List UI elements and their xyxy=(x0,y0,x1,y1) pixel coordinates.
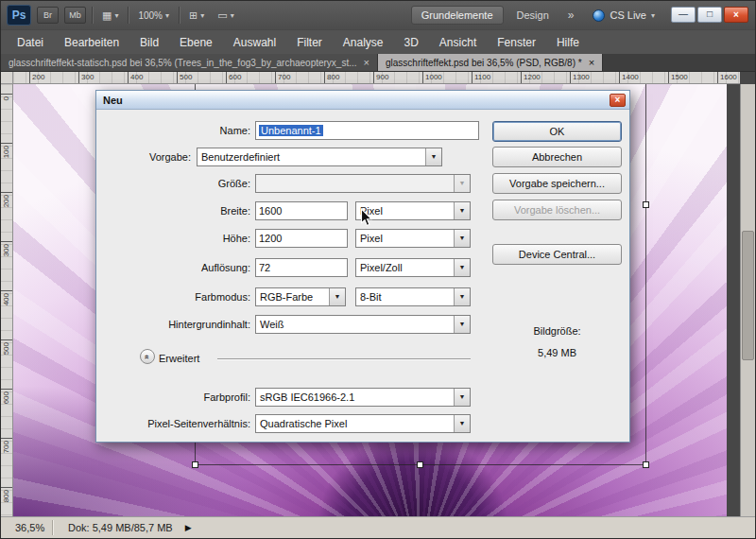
size-select: ▼ xyxy=(255,174,471,193)
save-preset-button[interactable]: Vorgabe speichern... xyxy=(492,173,622,194)
select-value: Pixel/Zoll xyxy=(360,262,403,274)
dialog-titlebar[interactable]: Neu × xyxy=(96,91,629,110)
ruler-tick: 1100 xyxy=(472,72,490,84)
transform-handle[interactable] xyxy=(192,461,198,468)
menu-item-3d[interactable]: 3D xyxy=(394,32,429,53)
background-contents-select[interactable]: Weiß ▼ xyxy=(255,315,471,334)
titlebar: Ps Br Mb ▦ ▾ 100% ▾ ⊞ ▾ ▭ ▾ Grundelement… xyxy=(1,1,755,29)
menu-item-ebene[interactable]: Ebene xyxy=(169,32,223,53)
close-button[interactable]: × xyxy=(724,7,748,23)
name-input[interactable]: Unbenannt-1 xyxy=(255,121,479,140)
maximize-button[interactable]: □ xyxy=(697,7,722,23)
ruler-tick-label: 500 xyxy=(2,342,10,355)
photoshop-logo: Ps xyxy=(7,5,31,26)
color-profile-select[interactable]: sRGB IEC61966-2.1 ▼ xyxy=(255,388,471,407)
divider xyxy=(179,7,180,24)
document-tab[interactable]: glasschrifteffekt.psd bei 36,5% (PSD, RG… xyxy=(378,54,603,71)
mini-bridge-button[interactable]: Mb xyxy=(64,7,86,24)
zoom-level-dropdown[interactable]: 100% ▾ xyxy=(134,9,173,23)
ruler-tick: 1600 xyxy=(717,72,737,84)
horizontal-ruler: 2003004005006007008009001000110012001300… xyxy=(13,72,740,84)
document-tabs: glasschrifteffekt-statisch.psd bei 36,5%… xyxy=(1,54,755,72)
ok-button[interactable]: OK xyxy=(492,121,622,142)
screen-mode-button[interactable]: ▭ ▾ xyxy=(214,8,237,24)
delete-preset-button: Vorgabe löschen... xyxy=(492,200,622,220)
ruler-tick: 700 xyxy=(275,72,290,84)
workspace-overflow-button[interactable]: » xyxy=(564,9,578,22)
view-extras-button[interactable]: ▦ ▾ xyxy=(98,8,122,24)
advanced-label: Erweitert xyxy=(159,353,199,364)
pixel-aspect-ratio-select[interactable]: Quadratische Pixel ▼ xyxy=(255,414,471,433)
status-options-arrow[interactable]: ▶ xyxy=(180,523,197,532)
height-unit-select[interactable]: Pixel ▼ xyxy=(355,229,471,248)
transform-handle[interactable] xyxy=(417,461,423,468)
new-document-dialog: Neu × Name: Unbenannt-1 OK Vorgabe: Benu… xyxy=(95,90,630,443)
menu-item-hilfe[interactable]: Hilfe xyxy=(546,32,590,53)
chevron-down-icon: ▼ xyxy=(454,259,470,276)
menu-item-auswahl[interactable]: Auswahl xyxy=(223,32,286,53)
image-size-label: Bildgröße: xyxy=(492,325,622,337)
advanced-toggle-button[interactable]: » xyxy=(140,349,155,364)
menu-item-analyse[interactable]: Analyse xyxy=(333,32,394,53)
width-input[interactable]: 1600 xyxy=(255,201,348,220)
workspace-grundelemente[interactable]: Grundelemente xyxy=(411,6,504,25)
dialog-close-button[interactable]: × xyxy=(610,94,626,107)
ruler-tick: 0 xyxy=(1,94,13,143)
resolution-input[interactable]: 72 xyxy=(255,258,348,277)
transform-handle[interactable] xyxy=(643,201,649,208)
chevron-down-icon: ▼ xyxy=(454,202,470,219)
ruler-tick-label: 100 xyxy=(2,146,10,158)
view-extras-icon: ▦ xyxy=(102,9,112,22)
cs-live-button[interactable]: CS Live ▾ xyxy=(593,9,655,22)
ruler-tick: 1500 xyxy=(668,72,688,84)
menu-item-datei[interactable]: Datei xyxy=(7,32,54,53)
vertical-scrollbar[interactable] xyxy=(740,84,755,516)
bridge-button[interactable]: Br xyxy=(37,7,59,24)
scrollbar-thumb[interactable] xyxy=(742,231,754,360)
document-tab[interactable]: glasschrifteffekt-statisch.psd bei 36,5%… xyxy=(1,54,378,71)
ruler-tick: 200 xyxy=(1,192,13,241)
cancel-button[interactable]: Abbrechen xyxy=(492,147,622,167)
ruler-tick: 800 xyxy=(324,72,339,84)
preset-select[interactable]: Benutzerdefiniert ▼ xyxy=(197,148,442,166)
arrange-documents-icon: ⊞ xyxy=(189,9,198,22)
height-input[interactable]: 1200 xyxy=(255,229,348,248)
photoshop-window: Ps Br Mb ▦ ▾ 100% ▾ ⊞ ▾ ▭ ▾ Grundelement… xyxy=(0,0,756,539)
menubar: DateiBearbeitenBildEbeneAuswahlFilterAna… xyxy=(1,29,755,54)
select-value: 8-Bit xyxy=(360,291,382,304)
size-label: Größe: xyxy=(96,178,250,189)
arrange-documents-button[interactable]: ⊞ ▾ xyxy=(185,8,208,24)
menu-item-bearbeiten[interactable]: Bearbeiten xyxy=(54,32,129,53)
tab-close-icon[interactable]: × xyxy=(364,57,369,68)
ruler-tick-label: 200 xyxy=(2,195,10,207)
menu-item-filter[interactable]: Filter xyxy=(286,32,333,53)
width-unit-select[interactable]: Pixel ▼ xyxy=(355,201,471,220)
workspace-design[interactable]: Design xyxy=(507,7,558,24)
divider xyxy=(217,358,471,359)
ruler-tick: 600 xyxy=(1,389,13,438)
tab-close-icon[interactable]: × xyxy=(589,57,594,68)
transform-edge-right[interactable] xyxy=(645,84,646,464)
chevron-down-icon: ▼ xyxy=(454,415,470,432)
zoom-field[interactable]: 36,5% xyxy=(1,522,44,533)
transform-handle[interactable] xyxy=(643,461,649,468)
chevron-down-icon: ▼ xyxy=(454,175,470,192)
minimize-button[interactable]: — xyxy=(671,7,696,23)
device-central-button[interactable]: Device Central... xyxy=(492,244,622,265)
ruler-tick-label: 600 xyxy=(2,391,10,404)
zoom-level-value: 100% xyxy=(138,10,163,21)
chevron-down-icon: ▼ xyxy=(454,288,470,305)
collapse-icon: » xyxy=(141,355,153,359)
menu-item-bild[interactable]: Bild xyxy=(129,32,169,53)
ruler-tick: 1200 xyxy=(521,72,541,84)
menu-item-ansicht[interactable]: Ansicht xyxy=(429,32,487,53)
bit-depth-select[interactable]: 8-Bit ▼ xyxy=(355,287,471,306)
image-size-value: 5,49 MB xyxy=(492,347,622,358)
ruler-tick: 500 xyxy=(177,72,192,84)
color-mode-select[interactable]: RGB-Farbe ▼ xyxy=(255,287,346,306)
menu-item-fenster[interactable]: Fenster xyxy=(487,32,546,53)
name-label: Name: xyxy=(96,125,250,136)
resolution-unit-select[interactable]: Pixel/Zoll ▼ xyxy=(355,258,471,277)
ruler-tick: 1300 xyxy=(570,72,590,84)
ruler-tick: 1400 xyxy=(619,72,639,84)
